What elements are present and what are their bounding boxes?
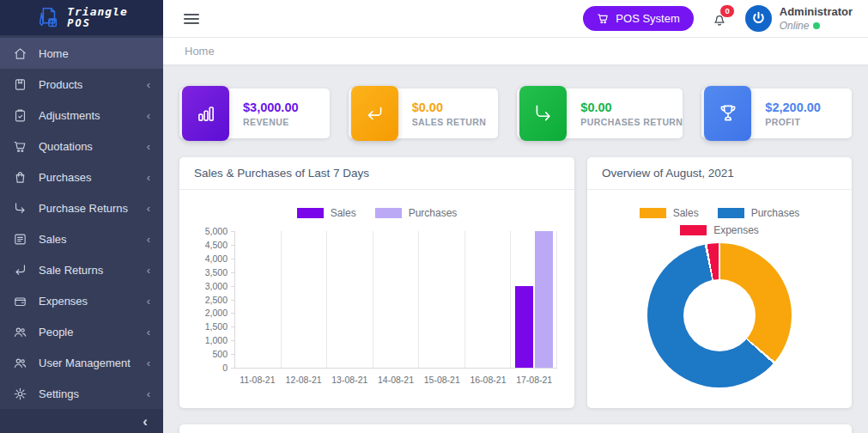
legend-item-purchases[interactable]: Purchases [718, 207, 800, 219]
bar-category-column [373, 231, 420, 368]
sidebar-menu: Home Products ‹ Adjustments ‹ Quotations… [0, 35, 163, 409]
stat-card-revenue[interactable]: $3,000.00 REVENUE [179, 88, 330, 138]
legend-item-sales[interactable]: Sales [640, 207, 699, 219]
bar-plot: 05001,0001,5002,0002,5003,0003,5004,0004… [234, 231, 557, 369]
sidebar-item-products[interactable]: Products ‹ [0, 69, 163, 100]
sidebar-item-sales[interactable]: Sales ‹ [0, 223, 163, 254]
chevron-left-icon: ‹ [147, 388, 150, 399]
donut-chart-panel: Overview of August, 2021 SalesPurchasesE… [587, 157, 852, 408]
sidebar-item-label: Settings [39, 387, 79, 400]
sidebar-collapse-button[interactable]: ‹ [143, 414, 148, 429]
legend-item-sales[interactable]: Sales [297, 207, 356, 219]
sidebar-item-people[interactable]: People ‹ [0, 316, 163, 347]
bar-category-column [465, 231, 512, 368]
main-area: POS System 0 Administrator Online [163, 0, 868, 433]
hamburger-menu-icon[interactable] [184, 14, 199, 24]
sidebar-item-label: Sale Returns [39, 264, 103, 277]
bar-chart-panel: Sales & Purchases of Last 7 Days SalesPu… [179, 157, 574, 408]
trophy-icon [717, 102, 739, 125]
bar-category-column [235, 231, 282, 368]
sidebar-item-quotations[interactable]: Quotations ‹ [0, 131, 163, 162]
bar-purchases[interactable] [535, 231, 553, 368]
stat-value: $3,000.00 [243, 101, 299, 114]
x-axis-tick-label: 15-08-21 [419, 375, 465, 385]
y-axis-tick-mark [231, 231, 235, 232]
bar-chart-icon [195, 102, 217, 125]
corner-right-icon [13, 201, 27, 216]
legend-label: Sales [673, 207, 699, 219]
x-axis-tick-label: 17-08-21 [511, 375, 557, 385]
stat-value: $2,200.00 [765, 101, 821, 114]
stat-value: $0.00 [580, 101, 683, 114]
chevron-left-icon: ‹ [147, 265, 150, 276]
sidebar-item-label: People [39, 326, 73, 338]
bar-chart: 05001,0001,5002,0002,5003,0003,5004,0004… [202, 231, 557, 385]
stat-tile [704, 86, 751, 141]
pos-system-button[interactable]: POS System [583, 6, 693, 31]
sidebar-item-settings[interactable]: Settings ‹ [0, 378, 163, 409]
chevron-left-icon: ‹ [147, 79, 150, 90]
app-logo[interactable]: Triangle POS [0, 0, 163, 35]
legend-label: Purchases [751, 207, 800, 219]
sidebar-item-purchases[interactable]: Purchases ‹ [0, 162, 163, 192]
y-axis-tick-label: 2,000 [205, 308, 228, 318]
chevron-left-icon: ‹ [147, 234, 150, 245]
chevron-left-icon: ‹ [147, 172, 150, 183]
sidebar: Triangle POS Home Products ‹ Adjustments… [0, 0, 163, 433]
sidebar-item-expenses[interactable]: Expenses ‹ [0, 285, 163, 316]
sidebar-item-label: User Management [39, 357, 131, 369]
y-axis-tick-mark [231, 368, 235, 369]
stat-card-purchases-return[interactable]: $0.00 PURCHASES RETURN [517, 88, 683, 138]
sidebar-item-adjustments[interactable]: Adjustments ‹ [0, 100, 163, 131]
sidebar-item-purchase-returns[interactable]: Purchase Returns ‹ [0, 192, 163, 223]
stat-value: $0.00 [412, 101, 486, 114]
stat-card-sales-return[interactable]: $0.00 SALES RETURN [349, 88, 499, 138]
sidebar-item-label: Purchases [39, 171, 91, 184]
sidebar-item-home[interactable]: Home [0, 38, 163, 69]
y-axis-tick-mark [231, 326, 235, 327]
y-axis-tick-mark [231, 259, 235, 259]
shopping-bag-icon [13, 170, 27, 185]
x-axis-tick-label: 16-08-21 [465, 375, 512, 385]
stat-tile [519, 86, 567, 141]
book-icon [13, 77, 27, 92]
legend-swatch [680, 225, 707, 235]
sidebar-item-label: Sales [39, 233, 67, 246]
user-name: Administrator [780, 5, 853, 19]
legend-label: Sales [331, 207, 356, 219]
sidebar-item-label: Home [39, 47, 69, 60]
chevron-left-icon: ‹ [147, 296, 150, 307]
triangle-pos-logo-icon [35, 5, 61, 31]
clipboard-check-icon [13, 108, 27, 123]
legend-swatch [718, 208, 744, 218]
bar-x-axis-labels: 11-08-2112-08-2113-08-2114-08-2115-08-21… [234, 375, 557, 385]
legend-item-expenses[interactable]: Expenses [680, 224, 759, 236]
bar-chart-title: Sales & Purchases of Last 7 Days [179, 157, 574, 190]
sidebar-footer: ‹ [0, 409, 163, 433]
user-menu[interactable]: Administrator Online [745, 5, 853, 32]
gear-icon [13, 387, 27, 401]
y-axis-tick-mark [231, 245, 235, 246]
donut-chart-title: Overview of August, 2021 [587, 157, 852, 190]
app-title: Triangle POS [67, 6, 128, 28]
legend-item-purchases[interactable]: Purchases [375, 207, 458, 219]
cart-icon [13, 139, 27, 154]
breadcrumb-current[interactable]: Home [185, 45, 215, 58]
y-axis-tick-label: 1,000 [205, 335, 228, 345]
y-axis-tick-mark [231, 313, 235, 314]
bar-sales[interactable] [515, 286, 533, 368]
stat-label: REVENUE [243, 117, 299, 127]
y-axis-tick-label: 1,500 [205, 321, 228, 332]
stat-card-profit[interactable]: $2,200.00 PROFIT [701, 88, 852, 138]
breadcrumb: Home [163, 38, 868, 65]
sidebar-item-user-management[interactable]: User Management ‹ [0, 347, 163, 378]
sidebar-item-sale-returns[interactable]: Sale Returns ‹ [0, 254, 163, 285]
legend-swatch [297, 208, 324, 218]
app-title-line2: POS [67, 18, 128, 29]
legend-label: Expenses [713, 224, 759, 236]
chevron-left-icon: ‹ [147, 357, 150, 369]
chevron-left-icon: ‹ [147, 203, 150, 214]
notifications-bell[interactable]: 0 [711, 10, 728, 27]
invoice-icon [13, 232, 27, 247]
dashboard-content: $3,000.00 REVENUE $0.00 SALES RETURN $ [163, 65, 868, 433]
